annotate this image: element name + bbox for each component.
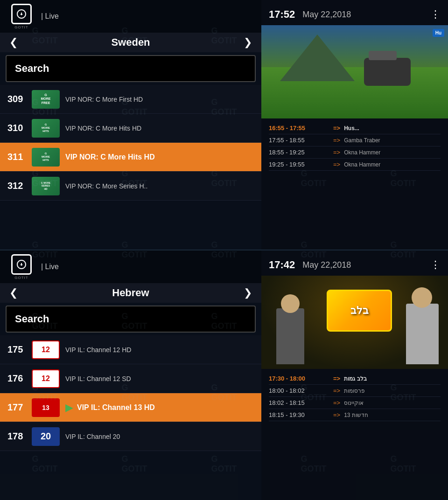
sweden-nav-bar: ❮ Sweden ❯ (0, 33, 261, 52)
sweden-time-info: 17:52 May 22,2018 (269, 8, 351, 21)
person2 (406, 304, 439, 364)
sweden-nav-title: Sweden (111, 36, 150, 49)
epg-row-hebrew-2: 18:02 - 18:15 => אוקיינוס (269, 397, 441, 409)
mountain (280, 35, 355, 81)
epg-row-hebrew-1: 18:00 - 18:02 => פרסומות (269, 385, 441, 397)
channel-logo-309: GMOREFREE (32, 90, 60, 109)
epg-row-sweden-0: 16:55 - 17:55 => Hus... (269, 122, 441, 134)
hebrew-video-thumb: בלב (261, 276, 448, 369)
channel-row-177[interactable]: 177 13 ▶ VIP IL: Channel 13 HD (0, 393, 261, 422)
hebrew-preview-section: 17:42 May 22,2018 ⋮ בלב 17:30 - 18:00 (261, 250, 448, 500)
hebrew-next-arrow[interactable]: ❯ (244, 287, 252, 299)
hebrew-section-header: GOTIT | Live (0, 250, 261, 283)
epg-row-sweden-3: 19:25 - 19:55 => Okna Hammer (269, 159, 441, 171)
epg-arrow-sweden-1: => (333, 137, 340, 144)
sweden-preview-section: 17:52 May 22,2018 ⋮ Hu 16:55 - 17:55 => … (261, 0, 448, 250)
epg-title-sweden-1: Gamba Traber (344, 137, 441, 144)
channel-row-312[interactable]: 312 G MORESERIESHD VIP NOR: C More Serie… (0, 172, 261, 201)
hebrew-search-box[interactable]: Search (6, 306, 256, 333)
epg-arrow-hebrew-2: => (333, 399, 340, 406)
channel-logo-311: GMOREHITS (32, 148, 60, 167)
channel-num-175: 175 (7, 344, 26, 355)
epg-arrow-sweden-0: => (333, 125, 340, 132)
epg-row-hebrew-0: 17:30 - 18:00 => בלב גמות (269, 373, 441, 385)
logo-box-top: GOTIT (7, 5, 35, 28)
channel-name-175: VIP IL: Channel 12 HD (65, 346, 254, 354)
hebrew-channel-list: 175 12 VIP IL: Channel 12 HD 176 12 VIP … (0, 335, 261, 496)
sweden-search-box[interactable]: Search (6, 55, 256, 82)
hebrew-time-info: 17:42 May 22,2018 (269, 259, 351, 271)
sweden-time: 17:52 (269, 8, 295, 21)
epg-row-hebrew-3: 18:15 - 19:30 => חדשות 13 (269, 409, 441, 421)
hebrew-prev-arrow[interactable]: ❮ (9, 287, 18, 299)
hebrew-time: 17:42 (269, 259, 295, 271)
gotit-logo-top (11, 4, 32, 24)
channel-name-309: VIP NOR: C More First HD (65, 96, 254, 103)
right-panel: 17:52 May 22,2018 ⋮ Hu 16:55 - 17:55 => … (261, 0, 448, 500)
epg-title-sweden-0: Hus... (344, 125, 441, 132)
sweden-more-icon[interactable]: ⋮ (430, 8, 441, 21)
show-sign: בלב (327, 290, 392, 332)
sweden-video-thumb: Hu (261, 25, 448, 118)
channel-logo-312: G MORESERIESHD (32, 177, 60, 195)
gotit-logo-bottom (11, 254, 32, 275)
hebrew-section: GOTIT | Live ❮ Hebrew ❯ Search 175 12 VI… (0, 250, 261, 500)
sweden-section: GOTIT | Live ❮ Sweden ❯ Search 309 GMORE… (0, 0, 261, 250)
channel-name-311: VIP NOR: C More Hits HD (65, 153, 254, 161)
epg-time-hebrew-1: 18:00 - 18:02 (269, 387, 329, 394)
epg-title-hebrew-0: בלב גמות (344, 375, 441, 382)
husqvarna-logo: Hu (433, 29, 444, 37)
channel-num-311: 311 (7, 152, 26, 162)
epg-time-sweden-2: 18:55 - 19:25 (269, 149, 329, 156)
hebrew-nav-bar: ❮ Hebrew ❯ (0, 283, 261, 303)
channel-num-178: 178 (7, 431, 26, 442)
lawn-scene: Hu (261, 25, 448, 118)
gotit-label-top: GOTIT (14, 25, 28, 29)
sweden-prev-arrow[interactable]: ❮ (9, 36, 18, 49)
channel-num-309: 309 (7, 94, 26, 104)
channel-row-175[interactable]: 175 12 VIP IL: Channel 12 HD (0, 335, 261, 364)
channel-row-176[interactable]: 176 12 VIP IL: Channel 12 SD (0, 364, 261, 393)
epg-time-sweden-1: 17:55 - 18:55 (269, 137, 329, 144)
channel-name-178: VIP IL: Channel 20 (65, 433, 254, 440)
epg-arrow-hebrew-3: => (333, 411, 340, 418)
epg-title-hebrew-3: חדשות 13 (344, 412, 441, 418)
epg-title-sweden-3: Okna Hammer (344, 161, 441, 168)
play-icon-177: ▶ (65, 402, 73, 414)
sweden-section-header: GOTIT | Live (0, 0, 261, 33)
hebrew-date: May 22,2018 (302, 260, 351, 270)
channel-name-312: VIP NOR: C More Series H.. (65, 182, 254, 190)
mower (364, 58, 411, 86)
channel-logo-177: 13 (32, 398, 60, 417)
channel-logo-175: 12 (32, 340, 60, 359)
epg-arrow-hebrew-0: => (333, 375, 340, 382)
channel-name-177: VIP IL: Channel 13 HD (77, 403, 254, 412)
hebrew-more-icon[interactable]: ⋮ (430, 259, 441, 271)
epg-time-hebrew-3: 18:15 - 19:30 (269, 411, 329, 418)
channel-name-176: VIP IL: Channel 12 SD (65, 375, 254, 382)
hebrew-preview-header: 17:42 May 22,2018 ⋮ (261, 250, 448, 276)
epg-arrow-hebrew-1: => (333, 387, 340, 394)
channel-row-311[interactable]: 311 GMOREHITS VIP NOR: C More Hits HD (0, 143, 261, 172)
epg-row-sweden-2: 18:55 - 19:25 => Okna Hammer (269, 146, 441, 159)
sweden-next-arrow[interactable]: ❯ (244, 36, 252, 49)
channel-num-310: 310 (7, 123, 26, 133)
channel-num-177: 177 (7, 402, 26, 413)
hebrew-epg-list: 17:30 - 18:00 => בלב גמות 18:00 - 18:02 … (261, 369, 448, 500)
epg-time-hebrew-2: 18:02 - 18:15 (269, 399, 329, 406)
left-panel: GOTIT | Live ❮ Sweden ❯ Search 309 GMORE… (0, 0, 261, 500)
sweden-channel-list: 309 GMOREFREE VIP NOR: C More First HD 3… (0, 85, 261, 246)
sweden-date: May 22,2018 (302, 10, 351, 20)
epg-time-sweden-3: 19:25 - 19:55 (269, 161, 329, 168)
channel-row-310[interactable]: 310 GMOREHITS VIP NOR: C More Hits HD (0, 114, 261, 143)
epg-arrow-sweden-2: => (333, 149, 340, 156)
channel-row-178[interactable]: 178 20 VIP IL: Channel 20 (0, 422, 261, 451)
epg-title-hebrew-2: אוקיינוס (344, 400, 441, 406)
channel-row-309[interactable]: 309 GMOREFREE VIP NOR: C More First HD (0, 85, 261, 114)
epg-row-sweden-1: 17:55 - 18:55 => Gamba Traber (269, 134, 441, 146)
channel-num-312: 312 (7, 181, 26, 191)
epg-arrow-sweden-3: => (333, 161, 340, 168)
epg-time-sweden-0: 16:55 - 17:55 (269, 125, 329, 132)
sweden-preview-header: 17:52 May 22,2018 ⋮ (261, 0, 448, 25)
channel-logo-178: 20 (32, 427, 60, 446)
